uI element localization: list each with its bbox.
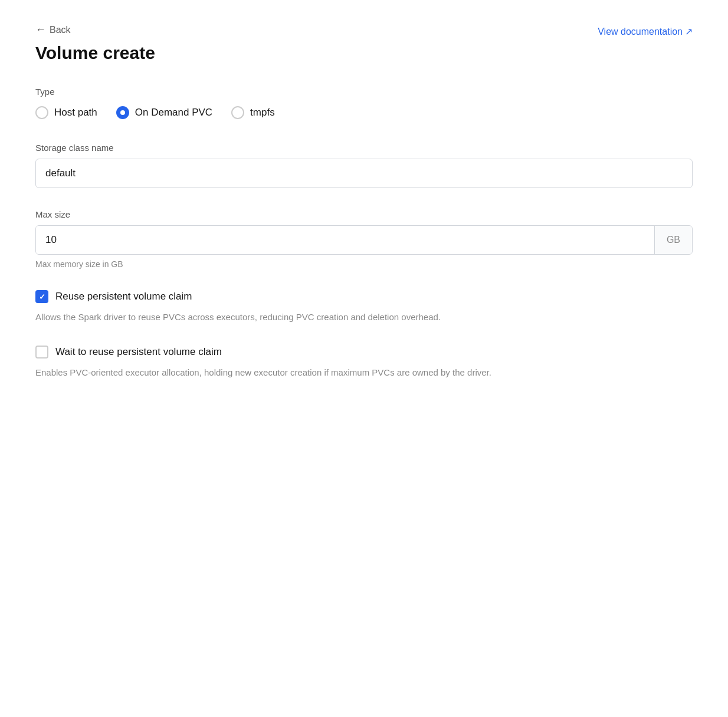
reuse-pvc-checkbox[interactable] xyxy=(35,290,48,303)
reuse-pvc-description: Allows the Spark driver to reuse PVCs ac… xyxy=(35,310,693,324)
reuse-pvc-section: Reuse persistent volume claim Allows the… xyxy=(35,290,693,324)
wait-reuse-pvc-row: Wait to reuse persistent volume claim xyxy=(35,346,693,358)
type-section: Type Host path On Demand PVC tmpfs xyxy=(35,87,693,119)
storage-class-input[interactable] xyxy=(35,159,693,188)
wait-reuse-pvc-checkbox[interactable] xyxy=(35,346,48,358)
radio-host-path-label: Host path xyxy=(54,107,97,119)
max-size-label: Max size xyxy=(35,209,693,219)
max-size-input-wrapper: GB xyxy=(35,225,693,255)
back-button[interactable]: ← Back xyxy=(35,24,155,36)
type-label: Type xyxy=(35,87,693,97)
reuse-pvc-label: Reuse persistent volume claim xyxy=(55,291,192,302)
wait-reuse-pvc-description: Enables PVC-oriented executor allocation… xyxy=(35,366,693,380)
radio-on-demand-pvc-label: On Demand PVC xyxy=(135,107,212,119)
reuse-pvc-row: Reuse persistent volume claim xyxy=(35,290,693,303)
storage-class-label: Storage class name xyxy=(35,143,693,153)
external-link-icon: ↗ xyxy=(685,26,693,37)
back-arrow-icon: ← xyxy=(35,24,46,36)
view-docs-label: View documentation xyxy=(598,27,683,37)
radio-option-host-path[interactable]: Host path xyxy=(35,106,97,119)
radio-host-path[interactable] xyxy=(35,106,48,119)
wait-reuse-pvc-section: Wait to reuse persistent volume claim En… xyxy=(35,346,693,380)
page-title: Volume create xyxy=(35,43,155,63)
max-size-field: Max size GB Max memory size in GB xyxy=(35,209,693,269)
max-size-suffix: GB xyxy=(654,226,692,254)
type-radio-group: Host path On Demand PVC tmpfs xyxy=(35,106,693,119)
radio-tmpfs[interactable] xyxy=(231,106,244,119)
storage-class-field: Storage class name xyxy=(35,143,693,188)
radio-tmpfs-label: tmpfs xyxy=(250,107,275,119)
max-size-input[interactable] xyxy=(36,226,654,254)
max-size-hint: Max memory size in GB xyxy=(35,259,693,269)
view-documentation-link[interactable]: View documentation ↗ xyxy=(598,26,693,37)
back-label: Back xyxy=(50,25,71,35)
radio-option-tmpfs[interactable]: tmpfs xyxy=(231,106,275,119)
radio-on-demand-pvc[interactable] xyxy=(116,106,129,119)
radio-option-on-demand-pvc[interactable]: On Demand PVC xyxy=(116,106,212,119)
wait-reuse-pvc-label: Wait to reuse persistent volume claim xyxy=(55,346,222,358)
